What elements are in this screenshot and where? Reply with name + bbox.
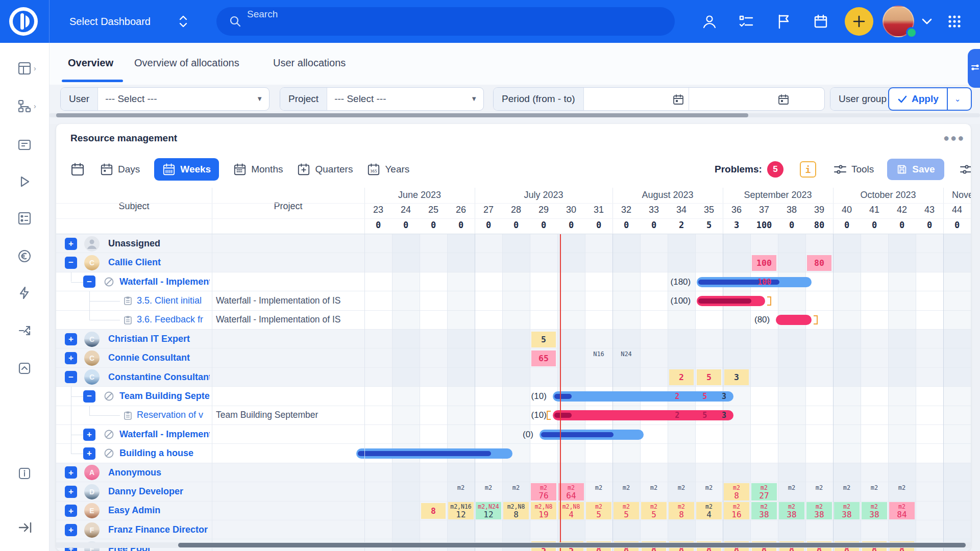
zoom-days-button[interactable]: Days xyxy=(100,163,140,176)
allocation-cell[interactable]: m238 xyxy=(806,502,832,519)
period-filter[interactable]: Period (from - to) xyxy=(493,87,825,111)
allocation-cell[interactable]: m284 xyxy=(889,502,915,519)
period-to-input[interactable] xyxy=(689,88,794,110)
filter-scrollbar-thumb[interactable] xyxy=(56,113,748,117)
dashboard-selector-updown-icon[interactable] xyxy=(178,15,189,28)
allocation-bar[interactable] xyxy=(540,430,644,440)
row-subject[interactable]: Building a house xyxy=(119,448,210,459)
sidebar-integrations-icon[interactable] xyxy=(17,323,32,338)
week-number[interactable]: 42 xyxy=(888,205,916,215)
tab-overview-of-allocations[interactable]: Overview of allocations xyxy=(134,43,239,83)
week-number[interactable]: 26 xyxy=(447,205,475,215)
allocation-cell[interactable]: 8 xyxy=(421,503,446,519)
right-flyout-filter-button[interactable] xyxy=(968,49,980,88)
apply-button[interactable]: Apply ⌄ xyxy=(888,87,972,111)
allocation-cell[interactable]: m25 xyxy=(641,502,667,519)
row-subject[interactable]: Constantine Consultant xyxy=(108,372,210,383)
project-filter-caret-icon[interactable]: ▼ xyxy=(471,88,483,110)
week-number[interactable]: 37 xyxy=(750,205,778,215)
collapse-button[interactable]: − xyxy=(83,276,95,288)
allocation-cell[interactable]: m227 xyxy=(751,483,777,500)
week-number[interactable]: 34 xyxy=(668,205,695,215)
allocation-cell[interactable]: m2,N1612 xyxy=(448,502,474,519)
zoom-quarters-button[interactable]: Quarters xyxy=(297,163,353,176)
week-number[interactable]: 24 xyxy=(392,205,420,215)
week-number[interactable]: 23 xyxy=(364,205,392,215)
week-number[interactable]: 28 xyxy=(502,205,530,215)
dashboard-selector[interactable]: Select Dashboard xyxy=(69,0,151,43)
allocation-cell[interactable]: m2 xyxy=(612,484,640,491)
sidebar-run-icon[interactable] xyxy=(17,174,32,189)
sidebar-quick-actions-icon[interactable] xyxy=(17,286,32,300)
collapse-button[interactable]: − xyxy=(65,371,77,383)
week-number[interactable]: 40 xyxy=(833,205,861,215)
week-number[interactable]: 44 xyxy=(943,205,971,215)
row-subject[interactable]: Anonymous xyxy=(108,467,210,478)
sidebar-hierarchy-icon[interactable] xyxy=(17,99,32,113)
allocation-cell[interactable]: m2 xyxy=(585,484,612,491)
custom-period-calendar-button[interactable] xyxy=(70,162,85,177)
allocation-bar[interactable] xyxy=(776,315,812,325)
collapse-button[interactable]: − xyxy=(65,257,77,269)
allocation-cell[interactable]: m2,N88 xyxy=(503,502,529,519)
allocation-cell[interactable]: m2,N84 xyxy=(558,502,584,519)
week-number[interactable]: 29 xyxy=(530,205,557,215)
tasks-checklist-icon[interactable] xyxy=(738,13,754,30)
allocation-cell[interactable]: 80 xyxy=(807,255,831,271)
expand-button[interactable]: + xyxy=(65,333,77,345)
user-filter[interactable]: User --- Select --- ▼ xyxy=(60,87,270,111)
search-input[interactable] xyxy=(216,7,675,36)
expand-button[interactable]: + xyxy=(83,429,95,441)
sidebar-info-icon[interactable] xyxy=(17,466,32,481)
collapse-button[interactable]: − xyxy=(83,390,95,403)
sidebar-finance-icon[interactable] xyxy=(17,249,32,263)
row-subject[interactable]: Team Building September xyxy=(119,391,210,402)
allocation-cell[interactable]: m264 xyxy=(558,483,584,500)
allocation-cell[interactable]: m25 xyxy=(586,502,611,519)
profile-chevron-down-icon[interactable] xyxy=(921,17,933,26)
week-number[interactable]: 43 xyxy=(916,205,943,215)
allocation-cell[interactable]: m2 xyxy=(668,484,695,491)
warning-info-icon[interactable]: i xyxy=(800,161,816,178)
row-subject[interactable]: Danny Developer xyxy=(108,486,210,497)
tab-user-allocations[interactable]: User allocations xyxy=(273,43,346,83)
save-button[interactable]: Save xyxy=(887,159,944,180)
allocation-cell[interactable]: m238 xyxy=(751,502,777,519)
tab-overview[interactable]: Overview xyxy=(68,43,113,83)
row-subject[interactable]: Callie Client xyxy=(108,257,210,268)
allocation-cell[interactable]: m2 xyxy=(475,484,502,491)
allocation-cell[interactable]: m28 xyxy=(724,483,749,500)
panel-menu-dots-icon[interactable]: ●●● xyxy=(943,132,965,144)
sidebar-hierarchy-chevron-icon[interactable]: › xyxy=(34,102,36,110)
add-new-button[interactable] xyxy=(845,7,873,36)
allocation-cell[interactable]: m28 xyxy=(669,502,694,519)
allocation-cell[interactable]: m2 xyxy=(833,484,861,491)
sidebar-dashboards-chevron-icon[interactable]: › xyxy=(34,64,36,72)
grid-scrollbar-thumb[interactable] xyxy=(178,543,966,547)
allocation-cell[interactable]: 2 xyxy=(669,369,694,385)
allocation-cell[interactable]: m2 xyxy=(888,484,916,491)
allocation-bar[interactable] xyxy=(356,448,512,459)
calendar-icon[interactable] xyxy=(813,13,829,30)
sidebar-collapse-toggle-icon[interactable] xyxy=(17,520,32,535)
period-to-calendar-icon[interactable] xyxy=(777,93,790,106)
week-number[interactable]: 27 xyxy=(475,205,502,215)
row-subject[interactable]: 3.6. Feedback fr xyxy=(137,314,210,325)
sidebar-dashboards-icon[interactable] xyxy=(17,61,32,76)
row-subject[interactable]: Waterfall - Implementation of IS xyxy=(119,277,210,287)
week-number[interactable]: 36 xyxy=(723,205,750,215)
week-number[interactable]: 35 xyxy=(695,205,723,215)
project-filter-value[interactable]: --- Select --- xyxy=(327,88,471,110)
expand-button[interactable]: + xyxy=(65,466,77,479)
chart-settings-sliders-icon[interactable] xyxy=(960,163,971,176)
allocation-cell[interactable]: 3 xyxy=(724,369,749,385)
row-subject[interactable]: Reservation of v xyxy=(137,410,210,420)
allocation-bar[interactable] xyxy=(697,277,812,287)
expand-button[interactable]: + xyxy=(65,486,77,498)
allocation-cell[interactable]: m2 xyxy=(502,484,530,491)
allocation-cell[interactable]: m276 xyxy=(531,483,556,500)
zoom-years-button[interactable]: 365 Years xyxy=(367,163,409,176)
allocation-cell[interactable]: m2,N2412 xyxy=(476,502,501,519)
app-logo-icon[interactable] xyxy=(8,6,39,37)
row-subject[interactable]: Unassigned xyxy=(108,238,210,249)
